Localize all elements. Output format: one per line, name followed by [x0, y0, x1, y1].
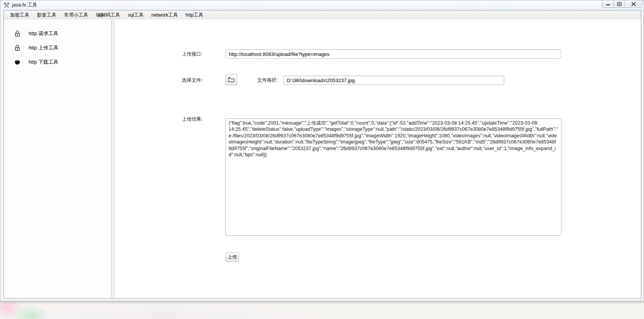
title-bar[interactable]: java-fx 工具 [0, 0, 644, 10]
minimize-button[interactable] [602, 0, 613, 8]
close-icon [631, 2, 636, 6]
sidebar-item-http-upload-tool[interactable]: http 上传工具 [4, 41, 111, 55]
upload-api-input[interactable] [225, 49, 561, 59]
menu-item-media-tools[interactable]: 影音工具 [33, 10, 60, 19]
sidebar-item-label: http 请求工具 [29, 30, 58, 37]
caption-buttons [602, 0, 642, 8]
window-title: java-fx 工具 [12, 2, 37, 8]
menu-item-sql-tools[interactable]: sql工具 [124, 10, 147, 19]
minimize-icon [606, 2, 610, 6]
sidebar-item-label: http 下载工具 [29, 59, 58, 66]
menu-bar: 加密工具 影音工具 常用小工具 编解码工具 sql工具 network工具 ht… [4, 10, 641, 19]
menu-item-network-tools[interactable]: network工具 [147, 10, 182, 19]
desktop-background: { "window": { "title": "java-fx 工具", "ic… [0, 0, 644, 319]
tools-icon [3, 2, 10, 8]
maximize-icon [617, 2, 622, 6]
menu-item-encrypt-tools[interactable]: 加密工具 [6, 10, 33, 19]
lock-icon [14, 44, 20, 51]
choose-file-button[interactable] [225, 74, 237, 85]
upload-button-label: 上传 [227, 254, 237, 260]
lock-icon [14, 30, 20, 37]
upload-result-textarea[interactable]: {"flag":true,"code":2001,"message":"上传成功… [225, 118, 561, 236]
splitpane-divider[interactable] [111, 19, 114, 298]
close-button[interactable] [625, 0, 642, 8]
upload-button[interactable]: 上传 [225, 252, 239, 262]
folder-icon [228, 77, 235, 83]
sidebar-item-label: http 上传工具 [29, 44, 58, 51]
file-path-label: 文件路径: [257, 75, 278, 85]
menu-item-http-tools[interactable]: http工具 [182, 10, 207, 19]
file-path-input[interactable] [283, 76, 504, 85]
sync-icon [14, 59, 20, 65]
upload-panel: 上传接口: 选择文件: 文件路径: 上传结果: {"flag":true,"co… [114, 19, 641, 298]
menu-item-common-tools[interactable]: 常用小工具 [60, 10, 92, 19]
menu-item-codec-tools[interactable]: 编解码工具 [92, 10, 124, 19]
app-window: java-fx 工具 [0, 0, 644, 301]
sidebar-item-http-request-tool[interactable]: http 请求工具 [4, 26, 111, 41]
sidebar: http 请求工具 http 上传工具 [4, 19, 111, 298]
client-area: 加密工具 影音工具 常用小工具 编解码工具 sql工具 network工具 ht… [3, 10, 641, 299]
sidebar-item-http-download-tool[interactable]: http 下载工具 [4, 55, 111, 69]
maximize-button[interactable] [613, 0, 625, 8]
upload-api-label: 上传接口: [182, 49, 202, 59]
upload-result-label: 上传结果: [182, 116, 202, 123]
workspace: http 请求工具 http 上传工具 [4, 19, 641, 298]
choose-file-label: 选择文件: [182, 75, 202, 85]
